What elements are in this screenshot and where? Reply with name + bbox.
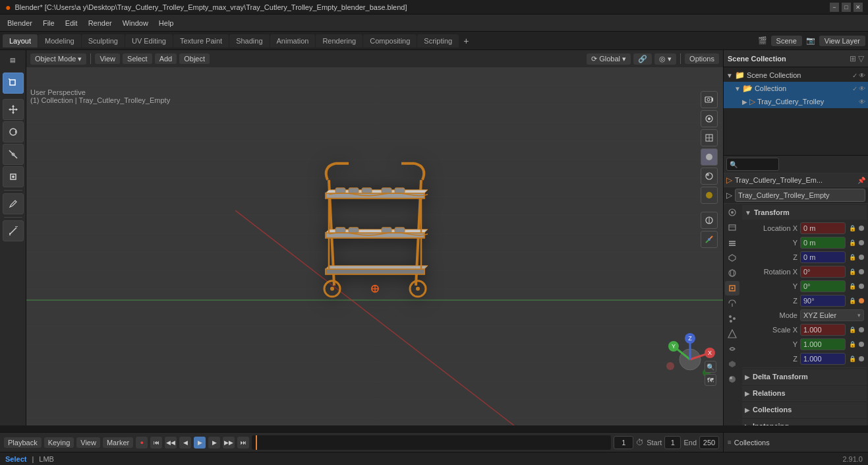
select-box-tool[interactable] xyxy=(3,73,24,94)
add-menu-button[interactable]: Add xyxy=(155,53,177,64)
options-button[interactable]: Options xyxy=(685,53,719,64)
scale-z-field[interactable]: 1.000 xyxy=(800,353,846,365)
prev-frame-button[interactable]: ◀◀ xyxy=(165,437,177,449)
transform-tool[interactable] xyxy=(3,166,24,187)
keying-menu[interactable]: Keying xyxy=(44,437,74,448)
tab-shading[interactable]: Shading xyxy=(229,34,269,47)
rotation-z-field[interactable]: 90° xyxy=(800,295,846,307)
rotation-x-dot[interactable] xyxy=(859,269,864,274)
particles-properties-tab[interactable] xyxy=(725,311,739,326)
viewport-3d-content[interactable]: User Perspective (1) Collection | Tray_C… xyxy=(26,67,723,425)
scale-y-field[interactable]: 1.000 xyxy=(800,338,846,350)
location-x-field[interactable]: 0 m xyxy=(800,222,846,234)
pin-icon[interactable]: 📌 xyxy=(857,177,865,184)
annotate-tool[interactable] xyxy=(3,193,24,214)
scene-collection-exclude[interactable]: ✓ xyxy=(852,72,857,79)
window-controls[interactable]: − □ ✕ xyxy=(830,3,863,12)
physics-properties-tab[interactable] xyxy=(725,326,739,341)
skip-start-button[interactable]: ⏮ xyxy=(150,437,162,449)
scale-z-lock[interactable]: 🔒 xyxy=(848,355,856,363)
object-mode-button[interactable]: Object Mode ▾ xyxy=(30,53,86,65)
tab-rendering[interactable]: Rendering xyxy=(316,34,362,47)
viewport-3d[interactable]: Object Mode ▾ View Select Add Object ⟳ G… xyxy=(26,50,723,425)
outliner-scene-collection[interactable]: ▼ 📁 Scene Collection ✓ 👁 xyxy=(724,69,868,82)
data-properties-tab[interactable] xyxy=(725,357,739,371)
next-frame-button[interactable]: ▶▶ xyxy=(223,437,235,449)
collections-header[interactable]: ▶ Collections xyxy=(742,402,867,417)
scale-x-dot[interactable] xyxy=(859,327,864,332)
rotation-x-lock[interactable]: 🔒 xyxy=(848,268,856,276)
transform-global-button[interactable]: ⟳ Global ▾ xyxy=(587,53,631,65)
scale-x-lock[interactable]: 🔒 xyxy=(848,326,856,334)
scale-tool[interactable] xyxy=(3,144,24,165)
object-visibility[interactable]: 👁 xyxy=(859,98,865,106)
collection-hide-toggle[interactable]: 👁 xyxy=(859,85,865,92)
material-properties-tab[interactable] xyxy=(725,372,739,387)
viewport-shading-rendered[interactable] xyxy=(701,187,718,204)
location-x-dot[interactable] xyxy=(859,226,864,231)
next-button[interactable]: ▶ xyxy=(208,437,220,449)
outliner-funnel-icon[interactable]: ▽ xyxy=(858,54,864,63)
add-workspace-button[interactable]: + xyxy=(459,33,473,49)
tab-compositing[interactable]: Compositing xyxy=(363,34,417,47)
location-z-dot[interactable] xyxy=(859,255,864,260)
object-menu-button[interactable]: Object xyxy=(179,53,210,64)
view-menu-timeline[interactable]: View xyxy=(76,437,100,448)
object-name-field[interactable]: Tray_Cutlery_Trolley_Empty xyxy=(735,189,865,202)
rotation-y-lock[interactable]: 🔒 xyxy=(848,282,856,290)
minimize-button[interactable]: − xyxy=(830,3,839,12)
tab-uv-editing[interactable]: UV Editing xyxy=(125,34,173,47)
current-frame-display[interactable]: 1 xyxy=(614,436,633,449)
outliner-object[interactable]: ▶ ▷ Tray_Cutlery_Trolley 👁 xyxy=(724,95,868,108)
snap-button[interactable]: 🔗 xyxy=(633,53,652,65)
location-x-lock[interactable]: 🔒 xyxy=(848,224,856,232)
output-properties-tab[interactable] xyxy=(725,220,739,235)
rotation-mode-field[interactable]: XYZ Euler ▾ xyxy=(800,309,864,321)
transform-section-header[interactable]: ▼ Transform xyxy=(742,205,867,220)
menu-help[interactable]: Help xyxy=(154,18,179,28)
render-properties-tab[interactable] xyxy=(725,205,739,220)
proportional-edit-button[interactable]: ◎ ▾ xyxy=(654,53,676,65)
maximize-button[interactable]: □ xyxy=(842,3,851,12)
scale-x-field[interactable]: 1.000 xyxy=(800,324,846,336)
close-button[interactable]: ✕ xyxy=(854,3,863,12)
tab-animation[interactable]: Animation xyxy=(270,34,316,47)
scale-z-dot[interactable] xyxy=(859,356,864,361)
menu-blender[interactable]: Blender xyxy=(3,18,37,28)
view-menu-button[interactable]: View xyxy=(95,53,120,64)
instancing-header[interactable]: ▶ Instancing xyxy=(742,419,867,425)
constraints-properties-tab[interactable] xyxy=(725,342,739,356)
gizmos-button[interactable] xyxy=(701,231,718,248)
world-properties-tab[interactable] xyxy=(725,266,739,280)
viewport-shading-wireframe[interactable] xyxy=(701,129,718,146)
view-layer-properties-tab[interactable] xyxy=(725,235,739,250)
end-frame-display[interactable]: 250 xyxy=(699,436,719,449)
scene-properties-tab[interactable] xyxy=(725,251,739,265)
outliner-filter-icon[interactable]: ⊞ xyxy=(850,54,856,63)
location-y-field[interactable]: 0 m xyxy=(800,237,846,249)
rotation-z-lock[interactable]: 🔒 xyxy=(848,297,856,305)
object-properties-tab[interactable] xyxy=(725,281,739,295)
collection-visibility[interactable]: ✓ xyxy=(852,85,857,92)
location-z-lock[interactable]: 🔒 xyxy=(848,253,856,261)
menu-window[interactable]: Window xyxy=(118,18,153,28)
modifier-properties-tab[interactable] xyxy=(725,296,739,311)
select-status[interactable]: Select xyxy=(5,455,26,463)
viewport-shading-solid[interactable] xyxy=(701,148,718,166)
viewport-move-tool[interactable] xyxy=(3,99,24,120)
view-layer-selector[interactable]: View Layer xyxy=(819,36,865,46)
rotate-tool[interactable] xyxy=(3,121,24,142)
skip-end-button[interactable]: ⏭ xyxy=(237,437,249,449)
render-preview-button[interactable] xyxy=(701,110,718,127)
menu-edit[interactable]: Edit xyxy=(61,18,82,28)
camera-view-button[interactable] xyxy=(701,91,718,108)
measure-tool[interactable] xyxy=(3,220,24,241)
navigation-gizmo[interactable]: X Y Z 🔍 🗺 xyxy=(664,333,716,386)
prev-button[interactable]: ◀ xyxy=(179,437,191,449)
marker-menu[interactable]: Marker xyxy=(103,437,133,448)
overlays-button[interactable] xyxy=(701,212,718,229)
location-y-dot[interactable] xyxy=(859,240,864,245)
playback-menu[interactable]: Playback xyxy=(4,437,42,448)
rotation-x-field[interactable]: 0° xyxy=(800,266,846,278)
rotation-z-dot[interactable] xyxy=(859,298,864,303)
